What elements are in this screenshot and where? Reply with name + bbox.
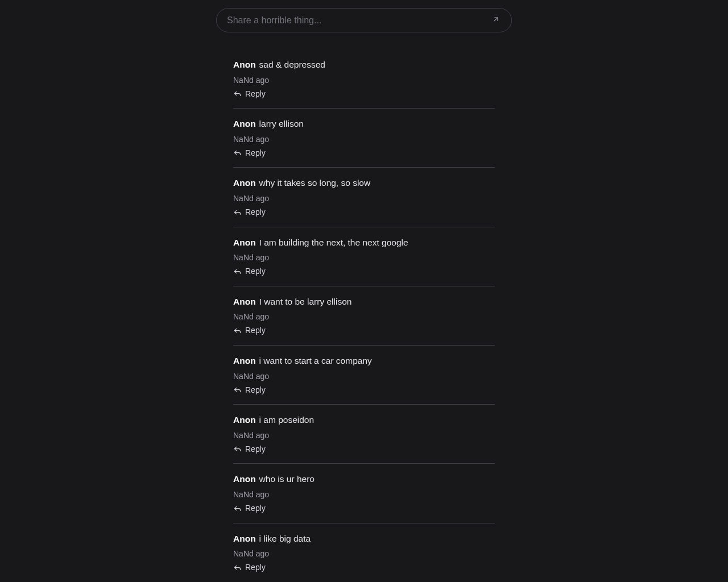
post-content: sad & depressed — [259, 60, 325, 69]
post-item: Anonsad & depressedNaNd agoReply — [233, 49, 495, 109]
reply-icon — [233, 326, 242, 335]
reply-icon — [233, 444, 242, 453]
post-item: Anonlarry ellisonNaNd agoReply — [233, 109, 495, 168]
post-timestamp: NaNd ago — [233, 431, 495, 440]
reply-button[interactable]: Reply — [233, 265, 266, 277]
post-author: Anon — [233, 534, 256, 543]
post-content: i like big data — [259, 534, 311, 543]
reply-button[interactable]: Reply — [233, 384, 266, 396]
post-author: Anon — [233, 119, 256, 128]
reply-button[interactable]: Reply — [233, 562, 266, 573]
post-author: Anon — [233, 178, 256, 188]
post-list: Anonsad & depressedNaNd agoReplyAnonlarr… — [216, 49, 512, 582]
post-content: i am poseidon — [259, 415, 315, 425]
reply-button[interactable]: Reply — [233, 502, 266, 514]
composer-row — [216, 8, 512, 32]
reply-button[interactable]: Reply — [233, 88, 266, 99]
post-header: AnonI want to be larry ellison — [233, 296, 495, 308]
reply-label: Reply — [245, 267, 266, 276]
reply-button[interactable]: Reply — [233, 443, 266, 455]
post-timestamp: NaNd ago — [233, 194, 495, 203]
post-header: Anonsad & depressed — [233, 59, 495, 71]
reply-icon — [233, 208, 242, 217]
post-header: Anonwhy it takes so long, so slow — [233, 177, 495, 189]
post-timestamp: NaNd ago — [233, 76, 495, 85]
arrow-up-right-icon — [492, 15, 500, 25]
post-header: Anoni am poseidon — [233, 414, 495, 426]
reply-icon — [233, 385, 242, 394]
post-content: I want to be larry ellison — [259, 297, 352, 306]
post-content: I am building the next, the next google — [259, 238, 408, 247]
post-item: Anoni want to start a car companyNaNd ag… — [233, 346, 495, 405]
post-header: Anoni want to start a car company — [233, 355, 495, 367]
post-timestamp: NaNd ago — [233, 372, 495, 381]
reply-label: Reply — [245, 563, 266, 572]
submit-button[interactable] — [491, 14, 501, 26]
post-author: Anon — [233, 415, 256, 425]
reply-label: Reply — [245, 444, 266, 454]
reply-label: Reply — [245, 207, 266, 217]
post-item: Anonwho is ur heroNaNd agoReply — [233, 464, 495, 523]
post-header: Anonlarry ellison — [233, 118, 495, 130]
post-item: AnonI am building the next, the next goo… — [233, 227, 495, 286]
reply-icon — [233, 563, 242, 572]
post-header: Anoni like big data — [233, 533, 495, 545]
reply-label: Reply — [245, 89, 266, 98]
post-content: why it takes so long, so slow — [259, 178, 371, 188]
post-item: Anoni like big dataNaNd agoReply — [233, 523, 495, 582]
reply-label: Reply — [245, 326, 266, 335]
reply-icon — [233, 504, 242, 513]
composer-input[interactable] — [227, 15, 491, 26]
reply-label: Reply — [245, 385, 266, 394]
post-item: AnonI want to be larry ellisonNaNd agoRe… — [233, 286, 495, 346]
reply-button[interactable]: Reply — [233, 325, 266, 336]
post-author: Anon — [233, 238, 256, 247]
post-content: larry ellison — [259, 119, 304, 128]
reply-label: Reply — [245, 148, 266, 157]
reply-icon — [233, 89, 242, 98]
post-author: Anon — [233, 60, 256, 69]
post-timestamp: NaNd ago — [233, 549, 495, 558]
post-item: Anoni am poseidonNaNd agoReply — [233, 405, 495, 464]
reply-label: Reply — [245, 504, 266, 513]
reply-button[interactable]: Reply — [233, 147, 266, 159]
post-timestamp: NaNd ago — [233, 253, 495, 262]
post-content: who is ur hero — [259, 474, 315, 484]
post-timestamp: NaNd ago — [233, 312, 495, 321]
post-content: i want to start a car company — [259, 356, 372, 365]
post-header: Anonwho is ur hero — [233, 473, 495, 485]
reply-button[interactable]: Reply — [233, 206, 266, 218]
post-timestamp: NaNd ago — [233, 135, 495, 144]
post-item: Anonwhy it takes so long, so slowNaNd ag… — [233, 168, 495, 227]
reply-icon — [233, 148, 242, 157]
post-author: Anon — [233, 474, 256, 484]
post-header: AnonI am building the next, the next goo… — [233, 236, 495, 249]
reply-icon — [233, 267, 242, 276]
post-author: Anon — [233, 356, 256, 365]
post-author: Anon — [233, 297, 256, 306]
svg-line-0 — [494, 18, 498, 21]
post-timestamp: NaNd ago — [233, 490, 495, 499]
